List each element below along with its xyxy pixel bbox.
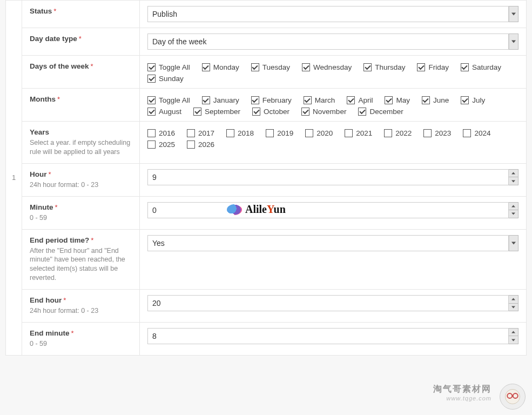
day-checkbox[interactable]: Toggle All [147, 63, 190, 71]
status-select[interactable]: Publish [147, 6, 518, 22]
checkbox-icon [417, 63, 425, 71]
required-asterisk: * [91, 62, 93, 70]
day-date-type-value: Day of the week [147, 34, 509, 50]
year-checkbox[interactable]: 2021 [345, 129, 372, 137]
number-spinner[interactable] [509, 328, 518, 344]
year-checkbox[interactable]: 2022 [384, 129, 412, 137]
day-checkbox[interactable]: Sunday [147, 75, 184, 83]
checkbox-icon [193, 108, 201, 116]
row-days-of-week: Days of the week* Toggle AllMondayTuesda… [22, 56, 526, 89]
month-checkbox[interactable]: April [347, 96, 373, 104]
checkbox-label: Toggle All [159, 96, 190, 104]
year-checkbox[interactable]: 2026 [187, 140, 214, 149]
end-minute-input[interactable]: 8 [147, 328, 518, 344]
year-checkbox[interactable]: 2018 [226, 129, 254, 137]
checkbox-icon [147, 129, 156, 137]
checkbox-icon [202, 63, 210, 71]
checkbox-icon [266, 129, 274, 137]
checkbox-label: August [159, 108, 181, 116]
day-date-type-select[interactable]: Day of the week [147, 34, 518, 50]
checkbox-label: 2020 [316, 129, 333, 137]
hour-label: Hour [30, 170, 47, 178]
checkbox-icon [345, 129, 353, 137]
month-checkbox[interactable]: December [358, 108, 403, 116]
minute-input[interactable]: 0 [147, 202, 518, 218]
number-spinner[interactable] [509, 202, 518, 218]
month-checkbox[interactable]: September [193, 108, 240, 116]
row-years: Years Select a year. if empty scheduling… [22, 122, 526, 164]
row-end-minute: End minute* 0 - 59 8 [22, 323, 526, 355]
end-hour-input[interactable]: 20 [147, 295, 518, 311]
month-checkbox[interactable]: October [252, 108, 289, 116]
checkbox-label: November [313, 108, 346, 116]
checkbox-label: Friday [428, 63, 449, 71]
month-checkbox[interactable]: August [147, 108, 181, 116]
day-checkbox[interactable]: Tuesday [251, 63, 290, 71]
minute-label: Minute [30, 203, 53, 211]
checkbox-icon [301, 108, 309, 116]
checkbox-label: September [205, 108, 240, 116]
chevron-down-icon [509, 304, 518, 311]
row-number: 1 [5, 0, 22, 356]
status-label: Status [30, 7, 52, 15]
year-checkbox[interactable]: 2024 [463, 129, 490, 137]
years-checks: 2016201720182019202020212022202320242025… [147, 127, 518, 149]
end-period-select[interactable]: Yes [147, 235, 518, 251]
month-checkbox[interactable]: January [202, 96, 239, 104]
checkbox-icon [363, 63, 372, 71]
checkbox-label: 2021 [356, 129, 372, 137]
checkbox-icon [187, 140, 195, 149]
minute-hint: 0 - 59 [30, 213, 132, 223]
day-checkbox[interactable]: Monday [202, 63, 239, 71]
chevron-up-icon [509, 329, 518, 337]
day-checkbox[interactable]: Friday [417, 63, 449, 71]
checkbox-label: December [369, 108, 403, 116]
checkbox-icon [147, 108, 156, 116]
end-minute-value: 8 [147, 328, 509, 344]
end-period-hint: After the "End hour" and "End minute" ha… [30, 246, 132, 283]
row-status: Status* Publish [22, 1, 526, 28]
checkbox-icon [202, 96, 210, 104]
checkbox-icon [358, 108, 366, 116]
row-end-hour: End hour* 24h hour format: 0 - 23 20 [22, 290, 526, 323]
number-spinner[interactable] [509, 169, 518, 185]
checkbox-icon [305, 129, 313, 137]
status-select-value: Publish [147, 6, 509, 22]
month-checkbox[interactable]: June [422, 96, 449, 104]
day-checkbox[interactable]: Saturday [461, 63, 501, 71]
checkbox-label: July [472, 96, 485, 104]
required-asterisk: * [55, 203, 58, 211]
month-checkbox[interactable]: February [251, 96, 292, 104]
month-checkbox[interactable]: May [385, 96, 410, 104]
checkbox-icon [461, 63, 469, 71]
day-checkbox[interactable]: Wednesday [302, 63, 352, 71]
hour-input[interactable]: 9 [147, 169, 518, 185]
year-checkbox[interactable]: 2019 [266, 129, 293, 137]
months-label: Months [30, 95, 56, 103]
month-checkbox[interactable]: July [461, 96, 485, 104]
row-day-date-type: Day date type* Day of the week [22, 28, 526, 56]
checkbox-icon [302, 63, 310, 71]
required-asterisk: * [71, 329, 74, 337]
year-checkbox[interactable]: 2020 [305, 129, 333, 137]
chevron-down-icon [509, 34, 518, 50]
month-checkbox[interactable]: November [301, 108, 346, 116]
checkbox-label: 2016 [159, 129, 175, 137]
checkbox-label: Saturday [472, 63, 501, 71]
months-checks: Toggle AllJanuaryFebruaryMarchAprilMayJu… [147, 94, 518, 116]
year-checkbox[interactable]: 2023 [423, 129, 451, 137]
settings-panel: Status* Publish Day date type* Day of th… [22, 0, 527, 356]
required-asterisk: * [91, 236, 93, 244]
month-checkbox[interactable]: Toggle All [147, 96, 190, 104]
hour-hint: 24h hour format: 0 - 23 [30, 180, 132, 190]
checkbox-icon [251, 96, 259, 104]
year-checkbox[interactable]: 2025 [147, 140, 175, 149]
days-of-week-label: Days of the week [30, 62, 89, 70]
day-checkbox[interactable]: Thursday [363, 63, 405, 71]
number-spinner[interactable] [509, 295, 518, 311]
month-checkbox[interactable]: March [304, 96, 335, 104]
end-hour-hint: 24h hour format: 0 - 23 [30, 306, 132, 316]
year-checkbox[interactable]: 2017 [187, 129, 214, 137]
checkbox-label: 2018 [238, 129, 254, 137]
year-checkbox[interactable]: 2016 [147, 129, 175, 137]
